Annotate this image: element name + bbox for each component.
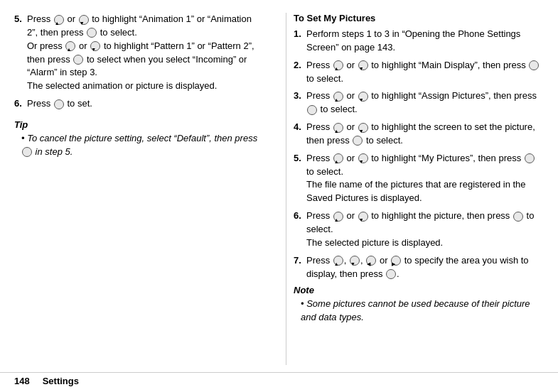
nav-down-icon-2 — [90, 41, 100, 51]
right-step-4-num: 4. — [294, 121, 305, 148]
nav-up-r4 — [333, 123, 343, 133]
right-step-7-content: Press , , or to specify the area you wis… — [306, 254, 544, 281]
nav-up-r2 — [333, 60, 343, 70]
ok-r4 — [353, 136, 363, 146]
nav-down-r3 — [358, 92, 368, 102]
nav-down-r7 — [350, 256, 360, 266]
nav-up-icon-2 — [65, 41, 75, 51]
nav-down-r6 — [358, 212, 368, 222]
tip-title: Tip — [14, 119, 264, 130]
nav-up-r5 — [333, 153, 343, 163]
note-title: Note — [294, 285, 544, 295]
nav-left-r7 — [366, 256, 376, 266]
note-section: Note • Some pictures cannot be used beca… — [294, 285, 544, 325]
right-step-4: 4. Press or to highlight the screen to s… — [294, 121, 544, 148]
step-6: 6. Press to set. — [14, 97, 264, 111]
content-area: 5. Press or to highlight “Animation 1” o… — [0, 0, 558, 372]
ok-r2 — [529, 60, 539, 70]
nav-up-r7 — [333, 256, 343, 266]
ok-r7 — [386, 269, 396, 279]
right-step-3-content: Press or to highlight “Assign Pictures”,… — [306, 89, 544, 116]
right-step-5-content: Press or to highlight “My Pictures”, the… — [306, 152, 544, 205]
ok-r6 — [513, 212, 523, 222]
right-step-3-num: 3. — [294, 89, 305, 116]
right-step-5: 5. Press or to highlight “My Pictures”, … — [294, 152, 544, 205]
tip-text: • To cancel the picture setting, select … — [21, 132, 264, 159]
page-number: 148 — [14, 376, 30, 386]
nav-down-r2 — [358, 60, 368, 70]
ok-r3 — [307, 105, 317, 115]
right-step-1-content: Perform steps 1 to 3 in “Opening the Pho… — [306, 28, 544, 55]
step-6-num: 6. — [14, 97, 26, 111]
nav-down-r5 — [358, 153, 368, 163]
step-5: 5. Press or to highlight “Animation 1” o… — [14, 13, 264, 93]
ok-button-icon-3 — [54, 99, 64, 109]
step-5-num: 5. — [14, 13, 26, 93]
step-5-content: Press or to highlight “Animation 1” or “… — [27, 13, 264, 93]
tip-section: Tip • To cancel the picture setting, sel… — [14, 119, 264, 159]
right-step-3: 3. Press or to highlight “Assign Picture… — [294, 89, 544, 116]
right-step-2: 2. Press or to highlight “Main Display”,… — [294, 59, 544, 86]
right-column: To Set My Pictures 1. Perform steps 1 to… — [286, 13, 544, 365]
right-step-7: 7. Press , , or to specify the area you … — [294, 254, 544, 281]
left-column: 5. Press or to highlight “Animation 1” o… — [14, 13, 272, 365]
right-step-1-num: 1. — [294, 28, 305, 55]
nav-up-r6 — [333, 212, 343, 222]
right-step-6-num: 6. — [294, 209, 305, 250]
section-title: To Set My Pictures — [294, 13, 544, 23]
nav-right-r7 — [391, 256, 401, 266]
right-step-4-content: Press or to highlight the screen to set … — [306, 121, 544, 148]
page: 5. Press or to highlight “Animation 1” o… — [0, 0, 558, 392]
step-6-content: Press to set. — [27, 97, 264, 111]
ok-button-icon-2 — [73, 55, 83, 65]
ok-r5 — [525, 153, 535, 163]
right-step-2-content: Press or to highlight “Main Display”, th… — [306, 59, 544, 86]
nav-up-icon — [54, 15, 64, 25]
nav-up-r3 — [333, 92, 343, 102]
nav-down-icon — [79, 15, 89, 25]
ok-button-icon-tip — [22, 147, 32, 157]
right-step-7-num: 7. — [294, 254, 305, 281]
right-step-5-num: 5. — [294, 152, 305, 205]
right-step-1: 1. Perform steps 1 to 3 in “Opening the … — [294, 28, 544, 55]
section-title-footer: Settings — [43, 376, 79, 386]
ok-button-icon — [87, 28, 97, 38]
right-step-6-content: Press or to highlight the picture, then … — [306, 209, 544, 250]
right-step-6: 6. Press or to highlight the picture, th… — [294, 209, 544, 250]
nav-down-r4 — [358, 123, 368, 133]
right-step-2-num: 2. — [294, 59, 305, 86]
footer: 148 Settings — [0, 372, 558, 392]
note-text: • Some pictures cannot be used because o… — [301, 298, 544, 325]
